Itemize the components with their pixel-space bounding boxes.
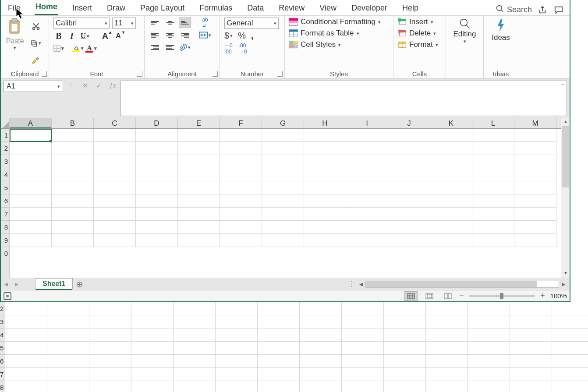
cut-button[interactable]	[31, 21, 41, 32]
vertical-scrollbar[interactable]: ▴ ▾	[561, 118, 570, 278]
bold-button[interactable]: B	[53, 31, 64, 41]
borders-button[interactable]: ▾	[53, 43, 64, 53]
tab-view[interactable]: View	[319, 2, 337, 15]
tab-page-layout[interactable]: Page Layout	[139, 2, 185, 15]
sheet-tab[interactable]: Sheet1	[35, 278, 73, 290]
row-header[interactable]: 6	[1, 194, 9, 208]
page-break-view-button[interactable]	[441, 291, 454, 301]
worksheet-grid[interactable]: 1 2 3 4 5 6 7 8 9 0 A B C D E F G H I J …	[1, 118, 570, 278]
underline-button[interactable]: U▾	[80, 31, 90, 41]
comments-button[interactable]	[554, 5, 563, 15]
expand-formula-bar-button[interactable]: ⌃	[560, 83, 565, 89]
align-right-button[interactable]	[179, 30, 191, 40]
tab-formulas[interactable]: Formulas	[198, 2, 233, 15]
col-header[interactable]: J	[388, 118, 430, 128]
formula-input[interactable]: ⌃	[120, 81, 567, 116]
scroll-down-button[interactable]: ▾	[561, 270, 570, 278]
share-button[interactable]	[538, 5, 548, 15]
align-center-button[interactable]	[164, 30, 176, 40]
merge-center-button[interactable]: ▾	[199, 30, 211, 40]
col-header[interactable]: E	[178, 118, 220, 128]
col-header[interactable]: K	[430, 118, 472, 128]
paste-button[interactable]: Paste ▾	[5, 18, 25, 69]
cell-styles-button[interactable]: Cell Styles ▾	[289, 40, 381, 49]
scroll-left-button[interactable]: ◂	[357, 280, 365, 288]
cancel-formula-button[interactable]: ✕	[82, 81, 88, 90]
orientation-button[interactable]: ab▾	[179, 42, 191, 53]
row-header[interactable]: 9	[1, 234, 9, 247]
row-header[interactable]: 4	[1, 168, 9, 181]
tell-me-search[interactable]: Search	[496, 4, 532, 15]
delete-cells-button[interactable]: Delete ▾	[398, 29, 438, 38]
tab-insert[interactable]: Insert	[71, 2, 93, 15]
conditional-formatting-button[interactable]: Conditional Formatting ▾	[289, 18, 381, 26]
decrease-decimal-button[interactable]: .00→0	[239, 42, 247, 55]
col-header[interactable]: C	[94, 118, 136, 128]
align-top-button[interactable]	[149, 18, 161, 28]
col-header[interactable]: M	[514, 118, 556, 128]
ideas-button[interactable]: Ideas	[489, 18, 513, 69]
insert-cells-button[interactable]: Insert ▾	[398, 18, 438, 26]
grow-font-button[interactable]: A▴	[100, 31, 110, 41]
insert-function-button[interactable]: ƒx	[110, 81, 116, 89]
font-name-combo[interactable]: Calibri ▾	[53, 18, 110, 29]
format-cells-button[interactable]: Format ▾	[398, 40, 438, 49]
add-sheet-button[interactable]: ⊕	[73, 278, 86, 290]
grid-body[interactable]	[10, 129, 570, 247]
scroll-up-button[interactable]: ▴	[561, 118, 570, 126]
font-size-combo[interactable]: 11 ▾	[112, 18, 136, 29]
zoom-in-button[interactable]: +	[540, 291, 545, 300]
scroll-right-button[interactable]: ▸	[559, 280, 568, 288]
currency-button[interactable]: $▾	[224, 31, 233, 41]
clipboard-launcher[interactable]	[42, 71, 47, 77]
hscroll-thumb[interactable]	[366, 281, 537, 287]
font-launcher[interactable]	[137, 71, 142, 77]
shrink-font-button[interactable]: A▾	[113, 31, 124, 41]
align-bottom-button[interactable]	[179, 18, 191, 28]
row-header[interactable]: 7	[1, 208, 9, 221]
percent-button[interactable]: %	[238, 31, 246, 41]
sheet-nav-next[interactable]: ▸	[11, 278, 22, 290]
row-header[interactable]: 1	[1, 129, 9, 142]
align-left-button[interactable]	[149, 30, 161, 40]
col-header[interactable]: G	[262, 118, 304, 128]
comma-style-button[interactable]: ,	[251, 31, 254, 41]
scroll-thumb[interactable]	[562, 126, 569, 187]
number-format-combo[interactable]: General ▾	[224, 18, 279, 29]
italic-button[interactable]: I	[67, 31, 77, 41]
col-header[interactable]: F	[220, 118, 262, 128]
collapse-ribbon-button[interactable]: ⌃	[563, 293, 568, 300]
col-header[interactable]: L	[472, 118, 514, 128]
row-header[interactable]: 0	[1, 247, 9, 260]
tab-file[interactable]: File	[7, 2, 21, 15]
increase-indent-button[interactable]	[164, 42, 176, 53]
tab-data[interactable]: Data	[246, 2, 265, 15]
row-header[interactable]: 8	[1, 221, 9, 234]
editing-button[interactable]: Editing ▾	[451, 18, 478, 69]
tab-draw[interactable]: Draw	[106, 2, 126, 15]
copy-button[interactable]: ▾	[31, 38, 41, 49]
tab-home[interactable]: Home	[35, 0, 58, 15]
accept-formula-button[interactable]: ✓	[96, 81, 102, 90]
select-all-corner[interactable]	[1, 118, 9, 129]
tab-developer[interactable]: Developer	[351, 2, 388, 15]
align-middle-button[interactable]	[164, 18, 176, 28]
col-header[interactable]: H	[304, 118, 346, 128]
format-painter-button[interactable]	[31, 55, 41, 66]
decrease-indent-button[interactable]	[149, 42, 161, 53]
zoom-out-button[interactable]: −	[460, 291, 464, 300]
record-macro-button[interactable]	[4, 292, 11, 300]
row-header[interactable]: 5	[1, 181, 9, 194]
page-layout-view-button[interactable]	[423, 291, 436, 301]
alignment-launcher[interactable]	[213, 71, 218, 77]
col-header[interactable]: D	[136, 118, 178, 128]
row-header[interactable]: 2	[1, 142, 9, 155]
normal-view-button[interactable]	[404, 291, 418, 301]
number-launcher[interactable]	[277, 71, 283, 77]
name-box[interactable]: A1 ▾	[4, 81, 63, 92]
active-cell[interactable]	[10, 129, 52, 142]
sheet-nav-prev[interactable]: ◂	[1, 278, 11, 290]
tab-help[interactable]: Help	[401, 2, 419, 15]
font-color-button[interactable]: A ▾	[86, 43, 96, 53]
wrap-text-button[interactable]: ab↲	[199, 18, 211, 28]
